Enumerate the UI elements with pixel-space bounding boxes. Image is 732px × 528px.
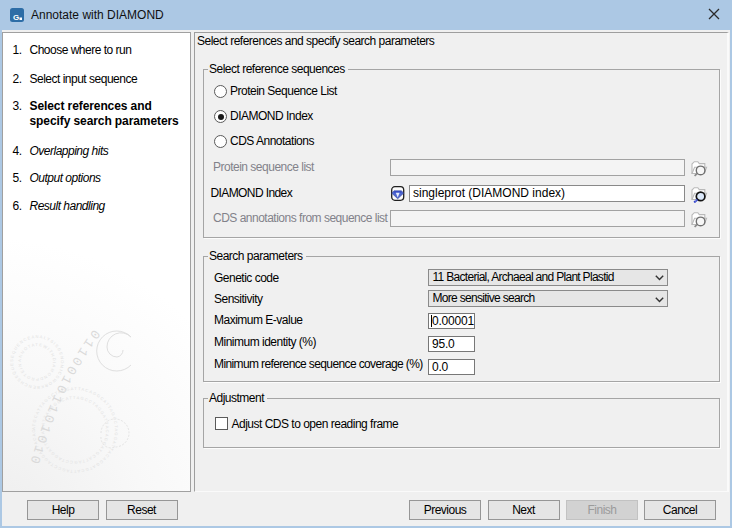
svg-text:G: G — [13, 13, 19, 22]
svg-text:01100101101010: 01100101101010 — [26, 327, 103, 469]
